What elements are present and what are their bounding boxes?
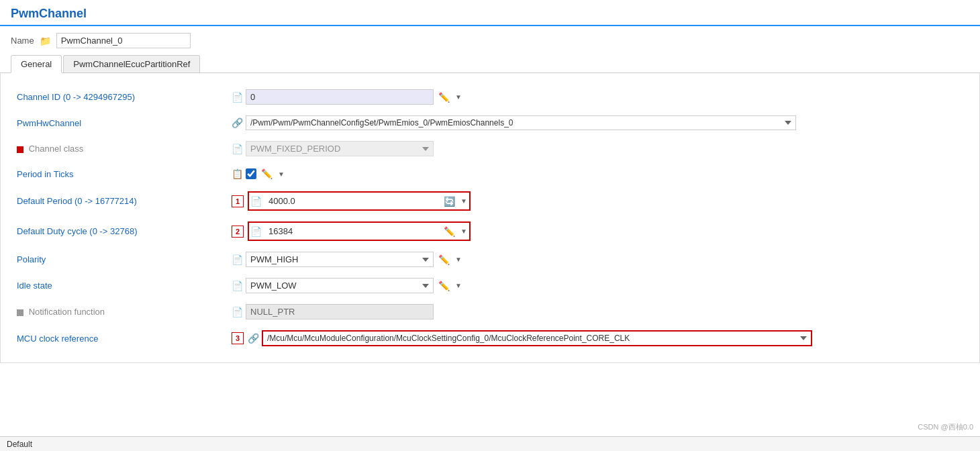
content-area: Channel ID (0 -> 4294967295) 📄 ✏️ ▼ PwmH… (0, 73, 980, 363)
refresh-btn-default-period[interactable]: 🔄 (442, 195, 457, 208)
caret-btn-channel-id[interactable]: ▼ (454, 93, 462, 101)
doc-icon-notification: 📄 (232, 307, 243, 317)
name-label: Name (11, 36, 34, 46)
doc-icon-default-duty: 📄 (250, 226, 262, 237)
grey-square-icon (17, 309, 23, 316)
field-row-channel-id: Channel ID (0 -> 4294967295) 📄 ✏️ ▼ (14, 84, 966, 110)
caret-btn-default-duty[interactable]: ▼ (460, 228, 468, 235)
caret-btn-polarity[interactable]: ▼ (454, 256, 462, 263)
red-square-icon (17, 146, 23, 153)
pencil-btn-channel-id[interactable]: ✏️ (436, 91, 452, 104)
badge-2: 2 (232, 225, 244, 238)
watermark: CSDN @西柚0.0 (918, 422, 973, 432)
pencil-btn-default-duty[interactable]: ✏️ (442, 225, 457, 238)
page-title: PwmChannel (11, 7, 87, 20)
period-in-ticks-control: 📋 ✏️ ▼ (232, 167, 963, 181)
doc-icon-period-ticks: 📋 (232, 168, 243, 179)
pwm-hw-channel-control: 🔗 /Pwm/Pwm/PwmChannelConfigSet/PwmEmios_… (232, 115, 963, 130)
link-icon-mcu-clock: 🔗 (248, 333, 259, 344)
doc-icon-idle-state: 📄 (232, 281, 243, 291)
page-container: PwmChannel Name 📁 General PwmChannelEcuc… (0, 0, 980, 451)
field-row-polarity: Polarity 📄 PWM_HIGH ✏️ ▼ (14, 246, 966, 272)
folder-icon: 📁 (40, 36, 51, 46)
default-duty-cycle-input[interactable] (264, 224, 439, 238)
field-row-idle-state: Idle state 📄 PWM_LOW ✏️ ▼ (14, 272, 966, 299)
page-header: PwmChannel (0, 0, 980, 26)
channel-id-control: 📄 ✏️ ▼ (232, 89, 963, 105)
polarity-label: Polarity (17, 254, 232, 264)
doc-icon-polarity: 📄 (232, 254, 243, 265)
tabs-bar: General PwmChannelEcucPartitionRef (0, 55, 980, 73)
default-period-control: 1 📄 🔄 ▼ (232, 191, 963, 211)
default-period-label: Default Period (0 -> 16777214) (17, 196, 232, 206)
notification-function-label: Notification function (17, 307, 232, 317)
channel-class-dropdown: PWM_FIXED_PERIOD (246, 141, 434, 156)
field-row-channel-class: Channel class 📄 PWM_FIXED_PERIOD (14, 136, 966, 162)
link-icon-pwm-hw: 🔗 (232, 117, 243, 128)
tab-partition-ref[interactable]: PwmChannelEcucPartitionRef (63, 55, 200, 72)
field-row-period-in-ticks: Period in Ticks 📋 ✏️ ▼ (14, 162, 966, 186)
name-row: Name 📁 (0, 26, 980, 55)
period-in-ticks-label: Period in Ticks (17, 169, 232, 179)
notification-function-control: 📄 (232, 304, 963, 319)
pwm-hw-channel-dropdown[interactable]: /Pwm/Pwm/PwmChannelConfigSet/PwmEmios_0/… (246, 115, 796, 130)
pwm-hw-channel-label: PwmHwChannel (17, 118, 232, 128)
caret-btn-default-period[interactable]: ▼ (460, 197, 468, 205)
pencil-btn-polarity[interactable]: ✏️ (436, 253, 452, 266)
tab-general[interactable]: General (11, 55, 62, 73)
doc-icon-channel-id: 📄 (232, 92, 243, 103)
mcu-clock-reference-control: 3 🔗 /Mcu/Mcu/McuModuleConfiguration/McuC… (232, 330, 963, 346)
idle-state-dropdown[interactable]: PWM_LOW (246, 278, 434, 293)
badge-1: 1 (232, 195, 244, 207)
bottom-bar: Default (0, 436, 980, 451)
default-duty-cycle-control: 2 📄 ✏️ ▼ (232, 221, 963, 241)
name-input[interactable] (56, 33, 191, 48)
pencil-btn-period-ticks[interactable]: ✏️ (259, 167, 275, 181)
default-duty-cycle-highlighted-row: 📄 ✏️ ▼ (248, 221, 471, 241)
notification-function-input (246, 304, 434, 319)
doc-icon-channel-class: 📄 (232, 144, 243, 154)
polarity-dropdown[interactable]: PWM_HIGH (246, 252, 434, 267)
default-period-input[interactable] (264, 194, 439, 208)
caret-btn-idle-state[interactable]: ▼ (454, 282, 462, 289)
mcu-clock-reference-dropdown[interactable]: /Mcu/Mcu/McuModuleConfiguration/McuClock… (262, 330, 812, 346)
doc-icon-default-period: 📄 (250, 196, 262, 207)
channel-class-label: Channel class (17, 144, 232, 154)
field-row-notification-function: Notification function 📄 (14, 299, 966, 325)
pencil-btn-idle-state[interactable]: ✏️ (436, 279, 452, 293)
channel-id-input[interactable] (246, 89, 434, 105)
field-row-pwm-hw-channel: PwmHwChannel 🔗 /Pwm/Pwm/PwmChannelConfig… (14, 110, 966, 136)
caret-btn-period-ticks[interactable]: ▼ (277, 170, 285, 178)
channel-class-control: 📄 PWM_FIXED_PERIOD (232, 141, 963, 156)
polarity-control: 📄 PWM_HIGH ✏️ ▼ (232, 252, 963, 267)
field-row-default-duty-cycle: Default Duty cycle (0 -> 32768) 2 📄 ✏️ ▼ (14, 216, 966, 246)
bottom-bar-label: Default (7, 440, 32, 449)
idle-state-label: Idle state (17, 281, 232, 291)
period-in-ticks-checkbox[interactable] (246, 168, 256, 179)
channel-id-label: Channel ID (0 -> 4294967295) (17, 92, 232, 102)
default-duty-cycle-label: Default Duty cycle (0 -> 32768) (17, 226, 232, 236)
default-period-highlighted-row: 📄 🔄 ▼ (248, 191, 471, 211)
field-row-default-period: Default Period (0 -> 16777214) 1 📄 🔄 ▼ (14, 186, 966, 216)
badge-3: 3 (232, 332, 244, 344)
mcu-clock-reference-label: MCU clock reference (17, 334, 232, 344)
field-row-mcu-clock-reference: MCU clock reference 3 🔗 /Mcu/Mcu/McuModu… (14, 325, 966, 352)
idle-state-control: 📄 PWM_LOW ✏️ ▼ (232, 278, 963, 293)
